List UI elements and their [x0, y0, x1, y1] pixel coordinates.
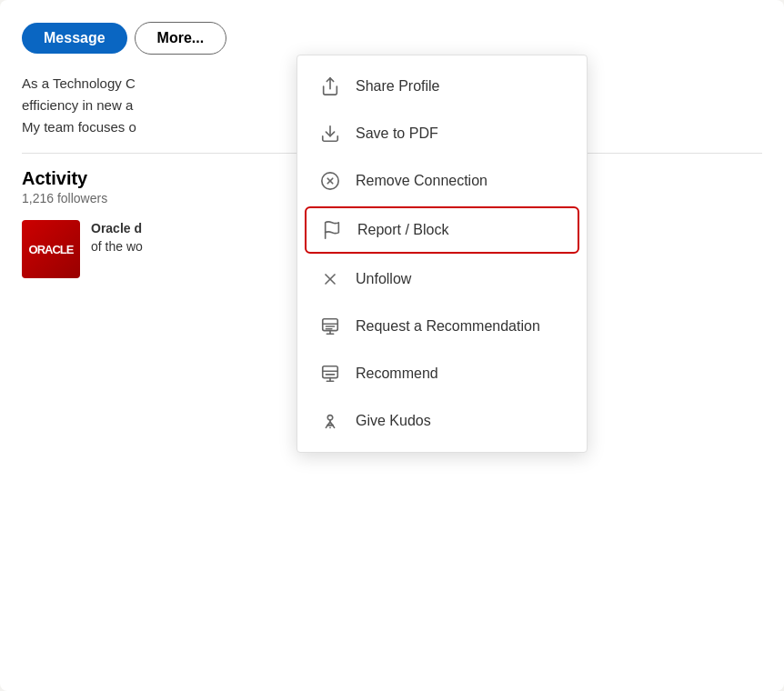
- kudos-icon: [319, 410, 341, 432]
- oracle-logo: ORACLE: [22, 220, 80, 278]
- description-line-1: As a Technology C: [22, 73, 295, 95]
- oracle-logo-inner: ORACLE: [22, 220, 80, 278]
- report-block-label: Report / Block: [357, 222, 448, 238]
- menu-item-remove-connection[interactable]: Remove Connection: [297, 157, 587, 205]
- message-button[interactable]: Message: [22, 23, 127, 54]
- profile-description: As a Technology C efficiency in new a My…: [22, 73, 295, 138]
- svg-point-17: [329, 426, 331, 428]
- action-buttons: Message More...: [22, 22, 762, 55]
- share-icon: [319, 75, 341, 97]
- activity-post-text: Oracle d of the wo: [91, 220, 143, 255]
- download-icon: [319, 123, 341, 145]
- more-button[interactable]: More...: [135, 22, 227, 55]
- menu-item-share-profile[interactable]: Share Profile: [297, 63, 587, 110]
- share-profile-label: Share Profile: [356, 78, 440, 95]
- description-line-2: efficiency in new a: [22, 95, 295, 116]
- remove-connection-label: Remove Connection: [356, 173, 487, 189]
- menu-item-report-block[interactable]: Report / Block: [305, 206, 579, 254]
- description-line-3: My team focuses o: [22, 116, 295, 138]
- give-kudos-label: Give Kudos: [356, 413, 431, 429]
- unfollow-label: Unfollow: [356, 271, 411, 287]
- menu-item-unfollow[interactable]: Unfollow: [297, 255, 587, 303]
- menu-item-give-kudos[interactable]: Give Kudos: [297, 397, 587, 445]
- activity-post-bold: Oracle d: [91, 221, 142, 235]
- page-container: Message More... As a Technology C effici…: [0, 0, 784, 691]
- svg-point-16: [327, 416, 333, 421]
- recommend-label: Recommend: [356, 366, 438, 382]
- save-pdf-label: Save to PDF: [356, 125, 438, 142]
- svg-rect-13: [323, 366, 338, 378]
- menu-item-save-pdf[interactable]: Save to PDF: [297, 110, 587, 157]
- x-icon: [319, 268, 341, 290]
- flag-icon: [321, 219, 343, 241]
- dropdown-menu: Share Profile Save to PDF: [297, 55, 588, 453]
- menu-item-request-recommendation[interactable]: Request a Recommendation: [297, 303, 587, 350]
- recommend-icon: [319, 363, 341, 385]
- remove-icon: [319, 170, 341, 192]
- rec-request-icon: [319, 315, 341, 337]
- request-recommendation-label: Request a Recommendation: [356, 318, 540, 335]
- menu-item-recommend[interactable]: Recommend: [297, 350, 587, 397]
- activity-post-rest: of the wo: [91, 239, 143, 254]
